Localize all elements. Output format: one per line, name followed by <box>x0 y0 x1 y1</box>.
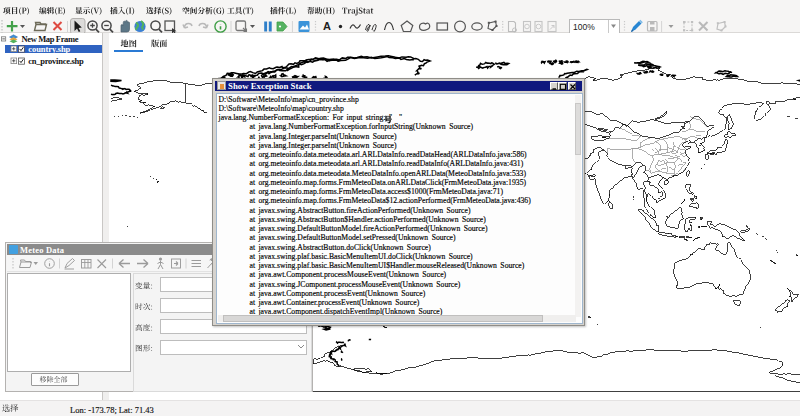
svg-text:country.shp: country.shp <box>28 44 70 54</box>
svg-text:100%: 100% <box>573 22 595 32</box>
svg-text:cn_province.shp: cn_province.shp <box>28 56 84 66</box>
svg-text:New Map Frame: New Map Frame <box>22 34 79 44</box>
svg-text:A: A <box>323 20 331 32</box>
